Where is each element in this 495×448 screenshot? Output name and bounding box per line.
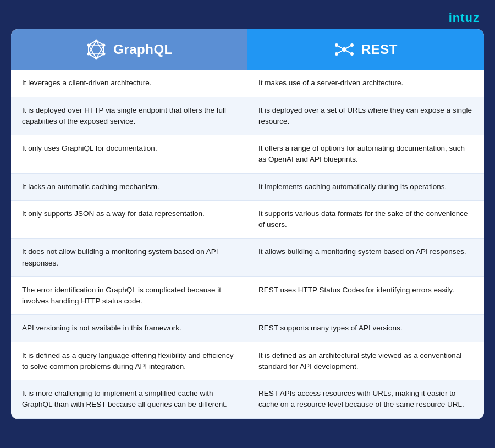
graphql-header: GraphQL xyxy=(11,29,248,70)
table-row: It supports various data formats for the… xyxy=(248,201,484,239)
page-background: intuz xyxy=(0,0,495,448)
table-row: It is deployed over a set of URLs where … xyxy=(248,97,484,136)
comparison-table: GraphQL REST xyxy=(11,29,484,418)
table-row: It is deployed over HTTP via single endp… xyxy=(11,97,248,136)
table-row: It allows building a monitoring system b… xyxy=(248,239,484,277)
graphql-icon xyxy=(86,39,107,60)
svg-line-20 xyxy=(337,49,344,54)
table-row: The error identification in GraphQL is c… xyxy=(11,277,248,316)
table-row: REST uses HTTP Status Codes for identify… xyxy=(248,277,484,316)
table-row: It is defined as an architectural style … xyxy=(248,342,484,381)
rest-header: REST xyxy=(248,29,484,70)
svg-line-21 xyxy=(344,49,352,54)
table-row: REST APIs access resources with URLs, ma… xyxy=(248,380,484,419)
rest-icon xyxy=(334,39,355,60)
table-header: GraphQL REST xyxy=(11,29,484,70)
table-row: It does not allow building a monitoring … xyxy=(11,239,248,277)
table-row: It is more challenging to implement a si… xyxy=(11,380,248,419)
table-row: It is defined as a query language offeri… xyxy=(11,342,248,381)
table-body: It leverages a client-driven architectur… xyxy=(11,70,484,418)
table-row: It only uses GraphiQL for documentation. xyxy=(11,135,248,174)
table-row: REST supports many types of API versions… xyxy=(248,315,484,342)
table-row: It offers a range of options for automat… xyxy=(248,135,484,174)
table-row: It only supports JSON as a way for data … xyxy=(11,201,248,239)
table-row: It leverages a client-driven architectur… xyxy=(11,70,248,97)
rest-label: REST xyxy=(361,42,398,57)
graphql-label: GraphQL xyxy=(113,42,173,57)
table-row: It makes use of a server-driven architec… xyxy=(248,70,484,97)
brand-logo: intuz xyxy=(449,11,480,25)
table-row: It lacks an automatic caching mechanism. xyxy=(11,174,248,201)
table-row: It implements caching automatically duri… xyxy=(248,174,484,201)
table-row: API versioning is not available in this … xyxy=(11,315,248,342)
